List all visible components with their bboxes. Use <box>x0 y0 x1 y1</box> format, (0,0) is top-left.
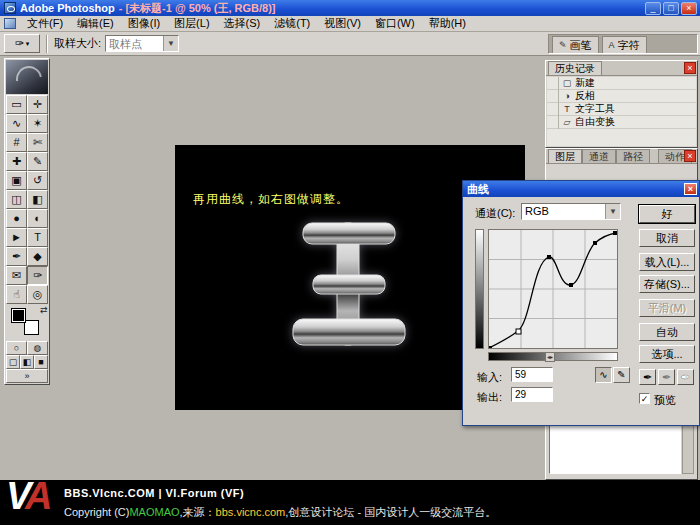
menu-file[interactable]: 文件(F) <box>20 16 70 31</box>
range-toggle-icon[interactable]: ◂▸ <box>545 352 555 362</box>
fullscreen-button[interactable]: ■ <box>34 355 48 369</box>
swap-colors-icon[interactable]: ⇄ <box>40 305 48 315</box>
curve-plot <box>489 230 617 348</box>
sample-size-label: 取样大小: <box>54 36 101 51</box>
type-tool[interactable]: T <box>27 228 48 247</box>
crop-tool[interactable]: # <box>6 133 27 152</box>
move-tool[interactable]: ✛ <box>27 95 48 114</box>
history-item[interactable]: ◑ 反相 <box>547 90 696 103</box>
curve-grid[interactable] <box>488 229 618 349</box>
load-button[interactable]: 载入(L)... <box>639 253 695 271</box>
brush-tool[interactable]: ✎ <box>27 152 48 171</box>
well-tab-character[interactable]: A 字符 <box>602 36 647 53</box>
brush-icon: ✎ <box>559 40 567 50</box>
dodge-tool[interactable]: ◐ <box>27 209 48 228</box>
options-button[interactable]: 选项... <box>639 345 695 363</box>
palette-well: ✎ 画笔 A 字符 <box>548 34 698 54</box>
history-brush-tool[interactable]: ↺ <box>27 171 48 190</box>
custom-shape-tool[interactable]: ◆ <box>27 247 48 266</box>
history-source-checkbox[interactable] <box>547 116 559 129</box>
history-panel: 历史记录 × ▢ 新建 ◑ 反相 T 文字工具 ▱ 自由变换 <box>545 60 698 148</box>
history-item-label: 反相 <box>575 89 595 103</box>
menu-select[interactable]: 选择(S) <box>217 16 268 31</box>
eraser-tool[interactable]: ◫ <box>6 190 27 209</box>
rectangular-marquee-tool[interactable]: ▭ <box>6 95 27 114</box>
history-source-checkbox[interactable] <box>547 90 559 103</box>
healing-brush-tool[interactable]: ✚ <box>6 152 27 171</box>
blur-tool[interactable]: ● <box>6 209 27 228</box>
well-tab-brushes[interactable]: ✎ 画笔 <box>552 36 599 53</box>
magic-wand-tool[interactable]: ✶ <box>27 114 48 133</box>
menu-edit[interactable]: 编辑(E) <box>70 16 121 31</box>
zoom-tool[interactable]: ◎ <box>27 285 48 304</box>
curves-dialog: 曲线 × 通道(C): RGB ▼ <box>462 180 700 426</box>
standard-screen-button[interactable]: ▢ <box>6 355 20 369</box>
notes-tool[interactable]: ✉ <box>6 266 27 285</box>
dropdown-arrow-icon: ▼ <box>605 204 620 219</box>
quickmask-mode-button[interactable]: ◍ <box>27 341 48 355</box>
menu-help[interactable]: 帮助(H) <box>422 16 473 31</box>
pen-tool[interactable]: ✒ <box>6 247 27 266</box>
photoshop-app-icon <box>4 2 16 14</box>
author-name: MAOMAO <box>129 506 179 518</box>
canvas-note: 再用曲线，如右图做调整。 <box>193 191 349 208</box>
copyright-prefix: Copyright (C) <box>64 506 129 518</box>
output-gradient-bar <box>475 229 484 349</box>
black-point-dropper-icon[interactable]: ✒ <box>639 369 656 385</box>
history-close-icon[interactable]: × <box>684 62 696 74</box>
input-field[interactable]: 59 <box>511 367 553 382</box>
eyedropper-tool[interactable]: ✑ <box>27 266 48 285</box>
maximize-button[interactable]: □ <box>663 2 679 15</box>
history-item[interactable]: T 文字工具 <box>547 103 696 116</box>
output-field[interactable]: 29 <box>511 387 553 402</box>
save-button[interactable]: 存储(S)... <box>639 275 695 293</box>
menu-filter[interactable]: 滤镜(T) <box>267 16 317 31</box>
palette-close-icon[interactable]: × <box>684 150 696 162</box>
minimize-button[interactable]: _ <box>645 2 661 15</box>
menu-window[interactable]: 窗口(W) <box>368 16 422 31</box>
lasso-tool[interactable]: ∿ <box>6 114 27 133</box>
auto-button[interactable]: 自动 <box>639 323 695 341</box>
tab-paths[interactable]: 路径 <box>616 149 650 163</box>
source-label: ,来源： <box>180 506 216 518</box>
history-source-checkbox[interactable] <box>547 77 559 90</box>
slice-tool[interactable]: ✄ <box>27 133 48 152</box>
adobe-logo-button[interactable] <box>6 60 48 94</box>
path-selection-tool[interactable]: ► <box>6 228 27 247</box>
gradient-tool[interactable]: ◧ <box>27 190 48 209</box>
gray-point-dropper-icon[interactable]: ✒ <box>658 369 675 385</box>
footer-suffix: ,创意设计论坛 - 国内设计人一级交流平台。 <box>285 506 496 518</box>
ok-button[interactable]: 好 <box>639 205 695 223</box>
menu-image[interactable]: 图像(I) <box>121 16 167 31</box>
history-source-checkbox[interactable] <box>547 103 559 116</box>
tab-history[interactable]: 历史记录 <box>548 61 602 75</box>
input-gradient-bar: ◂▸ <box>488 352 618 361</box>
curves-dialog-titlebar[interactable]: 曲线 × <box>463 181 699 197</box>
foreground-color-swatch[interactable] <box>11 308 26 323</box>
fullscreen-menubar-button[interactable]: ◧ <box>20 355 34 369</box>
curve-point-tool-button[interactable]: ∿ <box>595 367 612 383</box>
clone-stamp-tool[interactable]: ▣ <box>6 171 27 190</box>
hand-tool[interactable]: ☝ <box>6 285 27 304</box>
history-item[interactable]: ▱ 自由变换 <box>547 116 696 129</box>
menu-layer[interactable]: 图层(L) <box>167 16 216 31</box>
channel-dropdown[interactable]: RGB ▼ <box>521 203 621 220</box>
tab-channels[interactable]: 通道 <box>582 149 616 163</box>
sample-size-dropdown[interactable]: 取样点 ▼ <box>105 35 179 52</box>
history-item[interactable]: ▢ 新建 <box>547 77 696 90</box>
cancel-button[interactable]: 取消 <box>639 229 695 247</box>
white-point-dropper-icon[interactable]: ✒ <box>677 369 694 385</box>
document-title: - [未标题-1 @ 50% (王, RGB/8)] <box>119 1 276 16</box>
well-tab-brushes-label: 画笔 <box>570 38 592 53</box>
menu-view[interactable]: 视图(V) <box>317 16 368 31</box>
preview-checkbox[interactable]: ✓ <box>639 393 650 404</box>
tool-preset-picker[interactable]: ✑ ▾ <box>4 34 40 53</box>
background-color-swatch[interactable] <box>24 320 39 335</box>
close-button[interactable]: × <box>681 2 697 15</box>
standard-mode-button[interactable]: ○ <box>6 341 27 355</box>
curve-pencil-tool-button[interactable]: ✎ <box>613 367 630 383</box>
curves-close-icon[interactable]: × <box>684 183 697 195</box>
tab-layers[interactable]: 图层 <box>548 149 582 163</box>
jump-to-imageready-button[interactable]: » <box>6 369 48 383</box>
history-item-label: 自由变换 <box>575 115 615 129</box>
